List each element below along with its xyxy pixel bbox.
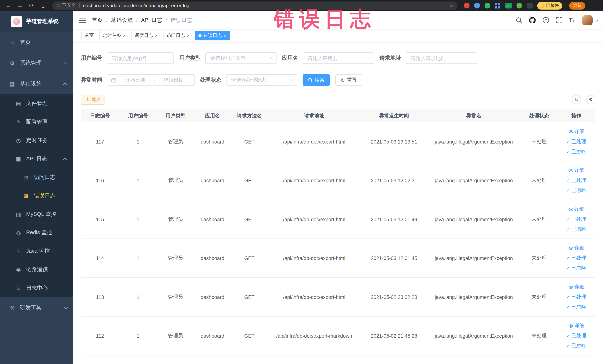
action-processed[interactable]: ✓已处理 [566, 215, 586, 224]
action-ignored[interactable]: ✓已忽略 [566, 186, 586, 195]
sidebar-item-home[interactable]: ⌂ 首页 [0, 32, 73, 53]
refresh-table-button[interactable]: ↻ [572, 95, 581, 104]
reset-button-label: 重置 [347, 77, 357, 83]
cell-user-type: 管理员 [157, 216, 194, 223]
sidebar-item-log-center[interactable]: ≣ 日志中心 [0, 279, 73, 297]
fullscreen-icon[interactable] [556, 16, 563, 24]
extension-icon-green[interactable] [485, 3, 490, 9]
browser-forward-icon[interactable]: → [15, 2, 25, 9]
request-url-input[interactable] [406, 52, 477, 64]
chevron-down-icon [291, 78, 294, 81]
browser-update-button[interactable]: 更新 [569, 2, 585, 9]
logo-image [11, 16, 22, 27]
action-processed[interactable]: ✓已处理 [566, 137, 586, 146]
action-ignored[interactable]: ✓已忽略 [566, 303, 586, 311]
tab-close-icon[interactable]: × [224, 33, 227, 38]
extension-icon-leaf[interactable] [516, 3, 522, 9]
user-type-select[interactable]: 请选择用户类型 [205, 52, 277, 64]
action-detail[interactable]: 详细 [568, 127, 584, 136]
process-status-select[interactable]: 请选择处理状态 [226, 74, 297, 86]
breadcrumb-separator: / [165, 17, 167, 23]
extension-icon-on[interactable]: on [505, 3, 512, 9]
app-logo[interactable]: 芋道管理系统 [0, 11, 73, 32]
sidebar-item-redis-monitor[interactable]: ◍ Redis 监控 [0, 223, 73, 242]
action-ignored[interactable]: ✓已忽略 [566, 341, 586, 350]
extension-icon-plug[interactable] [527, 3, 533, 9]
cell-request-url: /api/infra/db-doc/export-html [268, 216, 360, 222]
export-button[interactable]: 导出 [81, 94, 105, 105]
action-processed[interactable]: ✓已处理 [566, 331, 586, 340]
action-processed[interactable]: ✓已处理 [566, 293, 586, 301]
col-request-url: 请求地址 [268, 112, 360, 119]
address-bar[interactable]: ⚠ 不安全 dashboard.yudao.iocoder.cn/infra/l… [52, 1, 458, 10]
sidebar-item-access-log[interactable]: ▧ 访问日志 [0, 168, 73, 187]
sidebar-toggle[interactable] [79, 16, 86, 24]
action-detail[interactable]: 详细 [568, 322, 584, 330]
help-icon[interactable]: ? [542, 16, 550, 24]
cell-app-name: dashboard [194, 139, 231, 144]
action-label: 已忽略 [571, 225, 586, 234]
sidebar-item-tracing[interactable]: ◉ 链路追踪 [0, 260, 73, 279]
action-ignored[interactable]: ✓已忽略 [566, 147, 586, 156]
action-detail[interactable]: 详细 [568, 244, 584, 252]
tab-error-log[interactable]: 错误日志 × [195, 31, 230, 40]
error-log-icon: ▨ [23, 193, 29, 199]
cell-log-id: 113 [81, 294, 119, 300]
user-id-input[interactable] [107, 52, 174, 64]
sidebar-item-label: 链路追踪 [26, 266, 48, 273]
sidebar-item-java-monitor[interactable]: ♨ Java 监控 [0, 242, 73, 260]
log-icon: ▣ [15, 156, 22, 162]
action-ignored[interactable]: ✓已忽略 [566, 264, 586, 272]
browser-back-icon[interactable]: ← [4, 2, 13, 9]
filter-row-1: 用户编号 用户类型 请选择用户类型 应用名 请 [81, 52, 595, 64]
sidebar-item-error-log[interactable]: ▨ 错误日志 [0, 187, 73, 205]
extension-icon-red[interactable] [464, 3, 470, 9]
extension-icon-grid[interactable] [495, 3, 500, 8]
action-detail[interactable]: 详细 [568, 205, 584, 214]
action-label: 详细 [574, 166, 584, 175]
action-label: 已忽略 [571, 341, 586, 350]
reset-button[interactable]: ↻ 重置 [335, 74, 362, 86]
action-detail[interactable]: 详细 [568, 166, 584, 175]
breadcrumb-item-home[interactable]: 首页 [92, 17, 103, 23]
sidebar-item-system-management[interactable]: ⚙ 系统管理 [0, 53, 73, 73]
action-detail[interactable]: 详细 [568, 283, 584, 291]
browser-home-icon[interactable]: ⌂ [38, 2, 48, 9]
action-processed[interactable]: ✓已处理 [566, 254, 586, 262]
sidebar-item-file-management[interactable]: ▤ 文件管理 [0, 94, 73, 113]
date-separator: - [152, 77, 157, 83]
tab-close-icon[interactable]: × [123, 33, 126, 38]
sidebar-item-config-management[interactable]: ✎ 配置管理 [0, 113, 73, 131]
user-menu[interactable] [582, 15, 597, 25]
column-settings-button[interactable]: ⚙ [586, 95, 595, 104]
tab-close-icon[interactable]: × [187, 33, 190, 38]
sidebar-item-dev-tools[interactable]: ⚒ 研发工具 [0, 297, 73, 318]
action-label: 已处理 [571, 176, 586, 185]
action-ignored[interactable]: ✓已忽略 [566, 225, 586, 234]
tab-scheduled-tasks[interactable]: 定时任务 × [99, 31, 129, 40]
exception-time-range-picker[interactable]: 开始日期 - 结束日期 [107, 74, 195, 86]
search-icon[interactable] [515, 16, 523, 24]
search-button-label: 搜索 [314, 77, 325, 83]
browser-menu-icon[interactable]: ⋮ [592, 2, 598, 9]
cell-exception-name: java.lang.IllegalArgumentException [428, 255, 520, 261]
extension-icon-blue[interactable] [474, 3, 480, 9]
github-icon[interactable] [529, 16, 536, 24]
cell-request-url: /api/infra/db-doc/export-markdown [268, 333, 360, 339]
tab-home[interactable]: 首页 [81, 31, 97, 40]
sidebar-item-mysql-monitor[interactable]: ▥ MySQL 监控 [0, 205, 73, 224]
sidebar-item-scheduled-tasks[interactable]: ◷ 定时任务 [0, 131, 73, 150]
tab-dispatch-log[interactable]: 调度日志 × [131, 31, 161, 40]
browser-refresh-icon[interactable]: ⟳ [27, 2, 36, 9]
bookmark-star-icon[interactable]: ☆ [449, 3, 454, 9]
search-button[interactable]: 搜索 [303, 74, 330, 86]
sidebar-item-api-logs[interactable]: ▣ API 日志 [0, 150, 73, 168]
tab-close-icon[interactable]: × [155, 33, 158, 38]
tab-access-log[interactable]: 访问日志 × [163, 31, 193, 40]
avatar [582, 15, 593, 25]
font-size-icon[interactable]: TT [569, 17, 575, 23]
sidebar-item-infrastructure[interactable]: ▦ 基础设施 [0, 73, 73, 94]
action-processed[interactable]: ✓已处理 [566, 176, 586, 185]
app-name-input[interactable] [303, 52, 374, 64]
profile-paused-chip[interactable]: 已暂停 [537, 2, 562, 9]
